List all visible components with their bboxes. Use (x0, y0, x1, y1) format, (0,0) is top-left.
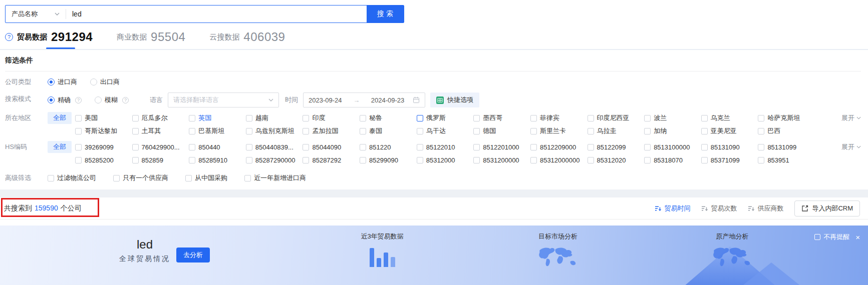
info-icon[interactable]: ? (75, 97, 82, 104)
hs-code-checkbox[interactable]: 85312020 (588, 156, 645, 164)
advanced-checkbox[interactable]: 近一年新增进口商 (244, 172, 306, 184)
region-checkbox[interactable]: 德国 (473, 126, 530, 136)
search-input[interactable] (66, 6, 367, 22)
hs-code-checkbox[interactable]: 85287290000 (246, 156, 303, 164)
hs-code-checkbox[interactable]: 85312000 (417, 156, 474, 164)
hs-code-checkbox[interactable]: 853951 (758, 156, 815, 164)
banner-keyword-block: led 全球贸易情况 (119, 238, 170, 264)
hs-code-checkbox[interactable]: 850440 (189, 144, 246, 151)
search-category-dropdown[interactable]: 产品名称 (6, 6, 66, 22)
hs-expand-link[interactable]: 展开 (841, 142, 861, 152)
region-checkbox[interactable]: 印度尼西亚 (588, 114, 645, 122)
search-category-label: 产品名称 (12, 10, 38, 18)
hs-code-checkbox[interactable]: 85131099 (758, 144, 815, 151)
region-checkbox[interactable]: 乌拉圭 (588, 126, 645, 136)
hs-code-checkbox[interactable]: 85287292 (303, 156, 360, 164)
language-select[interactable]: 请选择翻译语言 (168, 92, 279, 108)
region-checkbox[interactable]: 巴西 (758, 126, 815, 136)
hs-all-tag[interactable]: 全部 (48, 141, 72, 153)
checkbox-icon (246, 128, 252, 134)
hs-code-checkbox[interactable]: 85122010 (417, 144, 474, 151)
region-checkbox[interactable]: 波兰 (644, 114, 701, 122)
dismiss-checkbox-icon[interactable] (814, 234, 820, 240)
tab-trade-data[interactable]: ? 贸易数据 291294 (5, 30, 93, 44)
date-range-picker[interactable]: 2023-09-24 → 2024-09-23 (303, 92, 425, 108)
region-checkbox[interactable]: 越南 (246, 114, 303, 122)
checkbox-icon (473, 157, 480, 164)
region-all-tag[interactable]: 全部 (48, 112, 72, 124)
date-range-arrow: → (350, 96, 363, 104)
chevron-down-icon (856, 146, 861, 148)
hs-code-checkbox[interactable]: 85371099 (701, 156, 758, 164)
advanced-checkbox[interactable]: 从中国采购 (185, 172, 227, 184)
hs-code-checkbox[interactable]: 8512209000 (530, 144, 588, 151)
advanced-checkbox[interactable]: 过滤物流公司 (48, 172, 96, 184)
quick-options-button[interactable]: 快捷选项 (430, 92, 479, 108)
checkbox-icon (701, 115, 708, 122)
fuzzy-mode-radio[interactable]: 模糊 ? (95, 94, 129, 106)
region-checkbox[interactable]: 墨西哥 (473, 114, 530, 122)
sort-supplier-count[interactable]: 供应商数 (748, 204, 783, 213)
region-checkbox[interactable]: 泰国 (360, 126, 417, 136)
checkbox-icon (644, 144, 651, 150)
hs-code-checkbox[interactable]: 852859 (132, 156, 189, 164)
advanced-checkbox[interactable]: 只有一个供应商 (113, 172, 168, 184)
info-icon[interactable]: ? (122, 97, 129, 104)
region-checkbox[interactable]: 乌兹别克斯坦 (246, 126, 303, 136)
region-checkbox[interactable]: 巴基斯坦 (189, 126, 246, 136)
region-checkbox[interactable]: 厄瓜多尔 (132, 114, 189, 122)
analysis-banner[interactable]: led 全球贸易情况 去分析 近3年贸易数据 目标市场分析 原产地分析 (0, 226, 868, 285)
importer-radio[interactable]: 进口商 (48, 76, 77, 88)
checkbox-icon (303, 115, 309, 122)
analyze-button[interactable]: 去分析 (176, 248, 210, 262)
question-circle-icon[interactable]: ? (5, 33, 13, 41)
trade-data-search-page: 产品名称 搜 索 ? 贸易数据 291294 商业数据 95504 云搜数据 4… (0, 0, 868, 285)
hs-code-checkbox[interactable]: 85312000000 (530, 156, 588, 164)
hs-code-checkbox[interactable]: 39269099 (75, 144, 132, 151)
region-checkbox[interactable]: 菲律宾 (530, 114, 588, 122)
region-checkbox[interactable]: 哈萨克斯坦 (758, 114, 815, 122)
advanced-filter-label: 高级筛选 (5, 172, 48, 184)
hs-code-checkbox[interactable]: 850440839... (246, 144, 303, 151)
hs-code-checkbox[interactable]: 8531200000 (473, 156, 530, 164)
region-checkbox[interactable]: 斯里兰卡 (530, 126, 588, 136)
hs-code-checkbox[interactable]: 760429900... (132, 144, 189, 151)
exact-mode-radio[interactable]: 精确 ? (48, 94, 82, 106)
banner-keyword: led (119, 238, 170, 252)
hs-code-checkbox[interactable]: 8512201000 (473, 144, 530, 151)
region-checkbox[interactable]: 英国 (189, 114, 246, 122)
tab-cloud-search-data[interactable]: 云搜数据 406039 (209, 30, 285, 44)
sort-trade-time[interactable]: 贸易时间 (655, 204, 690, 213)
region-expand-link[interactable]: 展开 (841, 114, 861, 122)
region-checkbox[interactable]: 秘鲁 (360, 114, 417, 122)
region-checkbox[interactable]: 孟加拉国 (303, 126, 360, 136)
hs-code-checkbox[interactable]: 85044090 (303, 144, 360, 151)
region-checkbox[interactable]: 哥斯达黎加 (75, 126, 132, 136)
close-icon[interactable]: × (855, 233, 860, 242)
sort-trade-count[interactable]: 贸易次数 (701, 204, 737, 213)
import-crm-button[interactable]: 导入内部CRM (794, 200, 860, 216)
checkbox-icon (113, 175, 120, 182)
checkbox-icon (530, 144, 537, 150)
dismiss-label[interactable]: 不再提醒 (823, 232, 849, 242)
region-checkbox[interactable]: 加纳 (644, 126, 701, 136)
search-button[interactable]: 搜 索 (367, 6, 404, 22)
hs-code-checkbox[interactable]: 85285200 (75, 156, 132, 164)
region-checkbox[interactable]: 亚美尼亚 (701, 126, 758, 136)
region-checkbox[interactable]: 乌克兰 (701, 114, 758, 122)
hs-code-checkbox[interactable]: 85318070 (644, 156, 701, 164)
hs-code-checkbox[interactable]: 85131090 (701, 144, 758, 151)
hs-code-checkbox[interactable]: 85122099 (588, 144, 645, 151)
region-checkbox[interactable]: 俄罗斯 (417, 114, 474, 122)
hs-code-checkbox[interactable]: 8513100000 (644, 144, 701, 151)
tab-business-data[interactable]: 商业数据 95504 (117, 30, 185, 44)
hs-code-checkbox[interactable]: 85299090 (360, 156, 417, 164)
region-checkbox[interactable]: 土耳其 (132, 126, 189, 136)
exporter-radio[interactable]: 出口商 (90, 76, 120, 88)
region-checkbox[interactable]: 印度 (303, 114, 360, 122)
region-checkbox[interactable]: 美国 (75, 114, 132, 122)
hs-code-checkbox[interactable]: 851220 (360, 144, 417, 151)
hs-code-checkbox[interactable]: 85285910 (189, 156, 246, 164)
region-checkbox[interactable]: 乌干达 (417, 126, 474, 136)
checkbox-icon (644, 128, 651, 134)
